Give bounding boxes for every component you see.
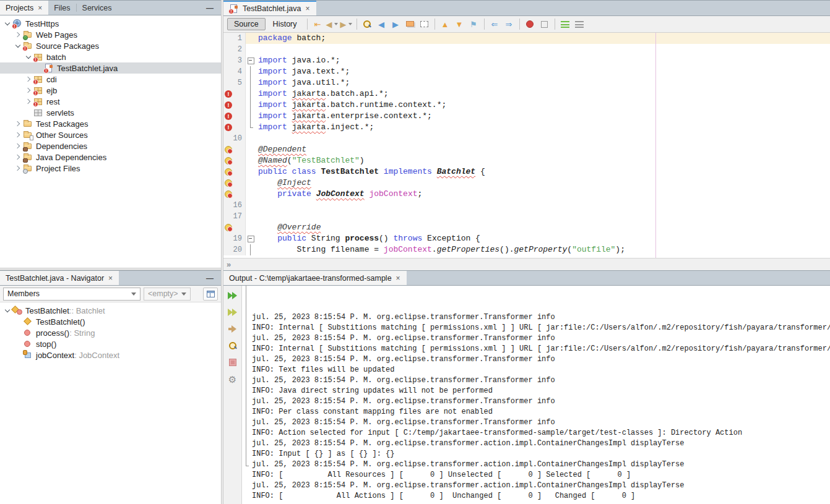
error-badge-icon[interactable]: ! (225, 113, 232, 120)
find-previous-occurrence-button[interactable]: ◀ (375, 17, 388, 31)
tree-item-ejb[interactable]: !ejb (0, 85, 221, 96)
hint-bulb-icon[interactable] (225, 179, 232, 187)
stop-build-button[interactable] (226, 356, 240, 369)
hint-annotation-cell[interactable] (223, 166, 246, 177)
code-line[interactable]: 20 String filename = jobContext.getPrope… (223, 244, 830, 255)
close-icon[interactable]: × (396, 274, 401, 283)
tree-item-testbatchlet[interactable]: TestBatchlet :: Batchlet (0, 305, 221, 316)
next-bookmark-button[interactable]: ▼ (453, 17, 466, 31)
error-badge-icon[interactable]: ! (225, 101, 232, 109)
output-log[interactable]: jul. 25, 2023 8:15:54 P. M. org.eclipse.… (242, 286, 830, 504)
output-tab[interactable]: Output - C:\temp\jakartaee-transformed-s… (223, 271, 407, 285)
code-line[interactable]: 5import java.util.*; (223, 77, 830, 88)
expander-icon[interactable] (24, 77, 33, 81)
tree-item-stop[interactable]: stop() (0, 338, 221, 349)
hint-bulb-icon[interactable] (225, 146, 232, 153)
source-view-button[interactable]: Source (227, 18, 266, 30)
code-line[interactable]: public class TestBatchlet implements Bat… (223, 166, 830, 177)
dropdown-caret-icon[interactable] (348, 23, 352, 25)
error-badge-icon[interactable]: ! (225, 90, 232, 98)
code-line-text[interactable]: import jakarta.batch.api.*; (256, 88, 830, 100)
code-line[interactable]: 17 (223, 211, 830, 222)
start-macro-recording-button[interactable] (524, 17, 537, 31)
tree-item-source-packages[interactable]: !Source Packages (0, 40, 221, 51)
last-edit-position-button[interactable]: ⇤ (311, 17, 324, 31)
dropdown-caret-icon[interactable] (334, 23, 338, 25)
tree-item-project-files[interactable]: Project Files (0, 163, 221, 174)
code-line-text[interactable]: package batch; (256, 33, 830, 44)
code-line-text[interactable] (256, 133, 830, 144)
fold-toggle-icon[interactable] (246, 233, 256, 244)
tree-item-java-dependencies[interactable]: Java Dependencies (0, 152, 221, 163)
tree-item-testbatchlet-java[interactable]: !TestBatchlet.java (0, 62, 221, 74)
code-editor[interactable]: 1package batch;23import java.io.*;4impor… (223, 33, 830, 258)
expander-icon[interactable] (24, 100, 33, 103)
tab-services[interactable]: Services (77, 1, 118, 15)
code-line[interactable]: 4import java.text.*; (223, 66, 830, 77)
code-line-text[interactable]: String filename = jobContext.getProperti… (256, 244, 830, 255)
tab-files[interactable]: Files (48, 1, 76, 15)
stop-macro-recording-button[interactable] (538, 17, 551, 31)
build-options-button[interactable]: ⚙ (226, 372, 240, 386)
tree-item-other-sources[interactable]: Other Sources (0, 129, 221, 140)
code-line-text[interactable] (256, 44, 830, 55)
code-line-text[interactable]: import jakarta.enterprise.context.*; (256, 111, 830, 122)
tree-item-rest[interactable]: !rest (0, 96, 221, 107)
code-line-text[interactable]: @Named("TestBatchlet") (256, 155, 830, 166)
code-line-text[interactable] (256, 211, 830, 222)
code-line-text[interactable]: public class TestBatchlet implements Bat… (256, 166, 830, 177)
expander-icon[interactable] (24, 88, 33, 92)
error-annotation-cell[interactable]: ! (223, 88, 246, 100)
toggle-bookmark-button[interactable]: ⚑ (467, 17, 480, 31)
members-filter-select[interactable]: Members (3, 288, 140, 301)
code-line-text[interactable]: import java.util.*; (256, 77, 830, 88)
minimize-window-icon[interactable]: — (199, 271, 221, 285)
tree-item-process[interactable]: process() : String (0, 327, 221, 338)
previous-bookmark-button[interactable]: ▲ (439, 17, 452, 31)
comment-button[interactable] (559, 17, 572, 31)
hint-bulb-icon[interactable] (225, 190, 232, 198)
error-annotation-cell[interactable]: ! (223, 111, 246, 122)
fold-toggle-icon[interactable] (246, 55, 256, 66)
toggle-rectangular-selection-button[interactable] (418, 17, 431, 31)
tree-item-test-packages[interactable]: Test Packages (0, 118, 221, 129)
expander-icon[interactable] (13, 133, 23, 137)
hint-annotation-cell[interactable] (223, 189, 246, 200)
code-line[interactable]: !import jakarta.batch.runtime.context.*; (223, 100, 830, 111)
tree-item-testbatchlet[interactable]: TestBatchlet() (0, 316, 221, 327)
code-line[interactable]: 10 (223, 133, 830, 144)
code-line[interactable]: 2 (223, 44, 830, 55)
tree-item-cdi[interactable]: !cdi (0, 74, 221, 85)
code-line-text[interactable]: private JobContext jobContext; (256, 189, 830, 200)
code-line-text[interactable]: import jakarta.batch.runtime.context.*; (256, 100, 830, 111)
code-line[interactable]: private JobContext jobContext; (223, 189, 830, 200)
shift-line-right-button[interactable]: ⇒ (503, 17, 516, 31)
tab-projects[interactable]: Projects × (0, 1, 48, 15)
hint-annotation-cell[interactable] (223, 155, 246, 166)
hint-annotation-cell[interactable] (223, 144, 246, 155)
toggle-highlight-search-button[interactable] (404, 17, 417, 31)
uncomment-button[interactable] (573, 17, 586, 31)
code-line[interactable]: 19 public String process() throws Except… (223, 233, 830, 244)
hint-annotation-cell[interactable] (223, 177, 246, 189)
code-line-text[interactable]: import jakarta.inject.*; (256, 122, 830, 133)
expander-icon[interactable] (13, 166, 23, 170)
code-line[interactable]: !import jakarta.enterprise.context.*; (223, 111, 830, 122)
hint-bulb-icon[interactable] (225, 168, 232, 176)
code-line[interactable]: @Override (223, 222, 830, 233)
code-line-text[interactable]: @Dependent (256, 144, 830, 155)
code-line[interactable]: !import jakarta.batch.api.*; (223, 88, 830, 100)
shift-line-left-button[interactable]: ⇐ (488, 17, 501, 31)
find-next-occurrence-button[interactable]: ▶ (389, 17, 402, 31)
code-line-text[interactable]: @Inject (256, 177, 830, 189)
breadcrumb-expand-icon[interactable]: » (227, 260, 231, 269)
tree-item-batch[interactable]: !batch (0, 51, 221, 62)
tree-item-dependencies[interactable]: Dependencies (0, 140, 221, 152)
hint-bulb-icon[interactable] (225, 224, 232, 231)
hint-annotation-cell[interactable] (223, 222, 246, 233)
expander-icon[interactable] (24, 56, 33, 58)
rerun-with-different-parameters-button[interactable] (226, 305, 240, 319)
close-icon[interactable]: × (108, 274, 113, 283)
error-annotation-cell[interactable]: ! (223, 122, 246, 133)
expander-icon[interactable] (13, 33, 23, 36)
